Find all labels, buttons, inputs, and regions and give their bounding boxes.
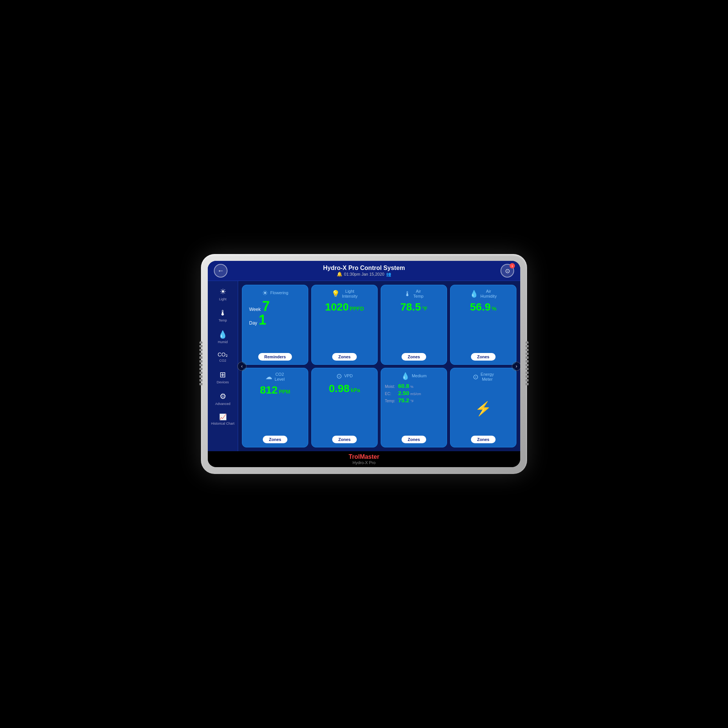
card-co2-level: ☁ CO2Level 812 PPM Zones bbox=[242, 368, 308, 448]
sidebar-item-co2[interactable]: CO₂ CO2 bbox=[210, 348, 236, 366]
sidebar-label-advanced: Advanced bbox=[215, 402, 230, 406]
settings-button[interactable]: ⊙ 1 bbox=[500, 264, 514, 278]
header-datetime: 01:30pm Jan 15,2020 bbox=[344, 272, 384, 276]
brand-bar: TrolMaster Hydro-X Pro bbox=[208, 451, 520, 467]
card-vpd: ⊙ VPD 0.98 kPa Zones bbox=[311, 368, 378, 448]
card-air-humidity-header: 💧 AirHumidity bbox=[470, 289, 497, 299]
card-vpd-title: VPD bbox=[344, 373, 353, 378]
day-row: Day 1 bbox=[249, 313, 266, 327]
moist-label: Moist: bbox=[385, 384, 397, 389]
header-title: Hydro-X Pro Control System bbox=[323, 265, 405, 271]
card-air-temp-title: AirTemp bbox=[413, 289, 424, 299]
co2-value-container: 812 PPM bbox=[260, 384, 290, 396]
card-energy-title: EnergyMeter bbox=[481, 372, 494, 382]
vpd-icon: ⊙ bbox=[336, 372, 342, 380]
air-humidity-zones-button[interactable]: Zones bbox=[471, 353, 495, 361]
week-value: 7 bbox=[262, 300, 270, 313]
nav-left-icon: ‹ bbox=[241, 364, 243, 369]
card-light-title: LightIntensity bbox=[342, 289, 358, 299]
air-temp-number: 78.5 bbox=[400, 301, 421, 313]
vpd-unit: kPa bbox=[351, 387, 360, 393]
air-temp-unit: °F bbox=[422, 306, 427, 312]
air-humidity-unit: % bbox=[492, 306, 496, 312]
ec-row: EC: 2.50 mS/cm bbox=[385, 390, 443, 396]
sidebar-item-humid[interactable]: 💧 Humid bbox=[210, 327, 236, 347]
back-icon: ← bbox=[217, 267, 224, 275]
light-zones-button[interactable]: Zones bbox=[332, 353, 356, 361]
light-intensity-value-container: 1020 PPFD bbox=[325, 301, 364, 313]
sidebar-label-historical: Historical Chart bbox=[211, 422, 235, 425]
header: ← Hydro-X Pro Control System 🔔 01:30pm J… bbox=[208, 261, 520, 281]
medium-temp-value: 75.2 bbox=[398, 397, 409, 403]
sidebar-item-light[interactable]: ☀ Light bbox=[210, 284, 236, 304]
moist-row: Moist: 60.8 % bbox=[385, 383, 443, 389]
nav-right-icon: › bbox=[516, 364, 517, 369]
card-light-header: 💡 LightIntensity bbox=[331, 289, 358, 299]
co2-zones-button[interactable]: Zones bbox=[263, 436, 287, 443]
brand-accent: M bbox=[360, 453, 365, 460]
reminders-button[interactable]: Reminders bbox=[258, 353, 292, 361]
moist-unit: % bbox=[410, 385, 413, 389]
sidebar-label-humid: Humid bbox=[218, 340, 228, 344]
sidebar: ☀ Light 🌡 Temp 💧 Humid CO₂ CO2 bbox=[208, 281, 238, 451]
vpd-number: 0.98 bbox=[329, 383, 350, 395]
back-button[interactable]: ← bbox=[214, 264, 228, 278]
notification-badge: 1 bbox=[510, 263, 515, 268]
dashboard: ‹ › ☀ Flowering bbox=[238, 281, 520, 451]
card-medium-title: Medium bbox=[412, 373, 427, 378]
card-energy-header: ⊙ EnergyMeter bbox=[473, 372, 494, 382]
card-air-humidity-title: AirHumidity bbox=[480, 289, 497, 299]
vpd-zones-button[interactable]: Zones bbox=[332, 436, 356, 443]
air-humidity-value-container: 56.9 % bbox=[470, 301, 497, 313]
card-medium-header: 💧 Medium bbox=[401, 372, 427, 380]
co2-icon: CO₂ bbox=[218, 351, 228, 358]
light-intensity-number: 1020 bbox=[325, 301, 348, 313]
sidebar-label-devices: Devices bbox=[217, 380, 229, 384]
sidebar-item-temp[interactable]: 🌡 Temp bbox=[210, 306, 236, 325]
air-temp-icon: 🌡 bbox=[404, 290, 411, 298]
sidebar-item-devices[interactable]: ⊞ Devices bbox=[210, 367, 236, 387]
air-humidity-icon: 💧 bbox=[470, 290, 478, 298]
card-flowering: ☀ Flowering Week 7 Day 1 bbox=[242, 285, 308, 365]
nav-left-button[interactable]: ‹ bbox=[237, 362, 246, 371]
energy-bolt-icon: ⚡ bbox=[475, 401, 492, 417]
air-temp-value-container: 78.5 °F bbox=[400, 301, 428, 313]
nav-right-button[interactable]: › bbox=[512, 362, 520, 371]
energy-zones-button[interactable]: Zones bbox=[471, 436, 495, 443]
medium-zones-button[interactable]: Zones bbox=[402, 436, 426, 443]
humid-icon: 💧 bbox=[218, 330, 228, 339]
brand-part2: aster bbox=[365, 453, 379, 460]
header-center: Hydro-X Pro Control System 🔔 01:30pm Jan… bbox=[323, 265, 405, 277]
day-value: 1 bbox=[259, 313, 266, 327]
light-intensity-icon: 💡 bbox=[331, 290, 340, 298]
sidebar-label-co2: CO2 bbox=[219, 359, 226, 362]
devices-icon: ⊞ bbox=[220, 370, 226, 379]
sidebar-label-temp: Temp bbox=[218, 318, 227, 322]
sidebar-item-historical[interactable]: 📈 Historical Chart bbox=[210, 410, 236, 428]
alert-icon: 🔔 bbox=[337, 271, 342, 277]
header-subtitle: 🔔 01:30pm Jan 15,2020 👥 bbox=[323, 271, 405, 277]
card-medium: 💧 Medium Moist: 60.8 % EC: bbox=[381, 368, 447, 448]
card-light-intensity: 💡 LightIntensity 1020 PPFD Zones bbox=[311, 285, 378, 365]
sidebar-item-advanced[interactable]: ⚙ Advanced bbox=[210, 389, 236, 409]
air-humidity-number: 56.9 bbox=[470, 301, 491, 313]
card-flowering-header: ☀ Flowering bbox=[262, 289, 289, 297]
ec-value: 2.50 bbox=[398, 390, 409, 396]
energy-meter-icon: ⊙ bbox=[473, 373, 479, 381]
card-flowering-title: Flowering bbox=[270, 290, 289, 295]
co2-level-icon: ☁ bbox=[265, 373, 272, 381]
card-air-temp-header: 🌡 AirTemp bbox=[404, 289, 424, 299]
historical-icon: 📈 bbox=[219, 413, 227, 420]
device-inner: ← Hydro-X Pro Control System 🔔 01:30pm J… bbox=[208, 261, 520, 467]
week-day-container: Week 7 Day 1 bbox=[246, 300, 304, 327]
medium-temp-label: Temp: bbox=[385, 399, 397, 403]
card-air-temp: 🌡 AirTemp 78.5 °F Zones bbox=[381, 285, 447, 365]
light-intensity-unit: PPFD bbox=[350, 306, 364, 312]
screen: ← Hydro-X Pro Control System 🔔 01:30pm J… bbox=[208, 261, 520, 451]
week-label: Week bbox=[249, 307, 260, 312]
main-content: ☀ Light 🌡 Temp 💧 Humid CO₂ CO2 bbox=[208, 281, 520, 451]
co2-number: 812 bbox=[260, 384, 278, 396]
medium-temp-unit: °F bbox=[410, 399, 414, 403]
cards-row-2: ☁ CO2Level 812 PPM Zones bbox=[242, 368, 516, 448]
air-temp-zones-button[interactable]: Zones bbox=[402, 353, 426, 361]
